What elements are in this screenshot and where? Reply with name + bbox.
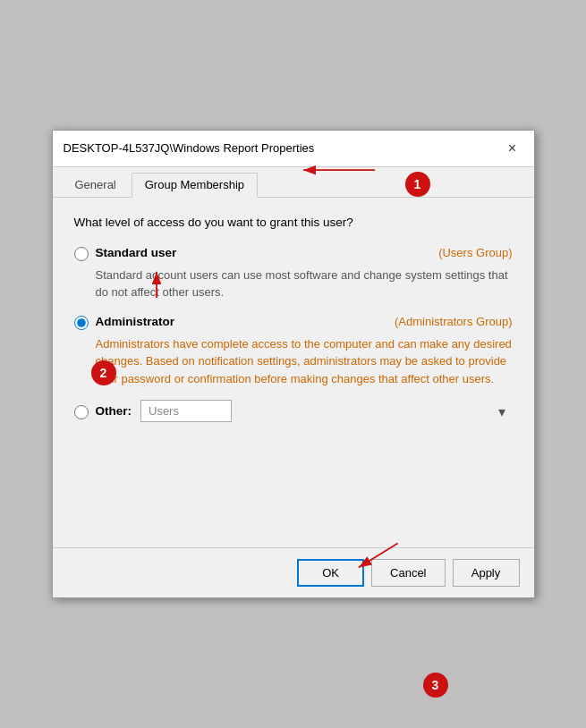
button-bar: OK Cancel Apply xyxy=(53,547,534,597)
annotation-badge-1: 1 xyxy=(405,172,430,197)
other-select[interactable]: Users Administrators Guests Power Users xyxy=(140,400,232,422)
other-label: Other: xyxy=(96,404,132,418)
other-radio[interactable] xyxy=(74,405,89,419)
administrator-radio[interactable] xyxy=(74,316,89,330)
window-title: DESKTOP-4L537JQ\Windows Report Propertie… xyxy=(64,141,315,155)
administrator-label: Administrator xyxy=(96,315,175,328)
annotation-badge-3: 3 xyxy=(423,673,448,698)
title-bar: DESKTOP-4L537JQ\Windows Report Propertie… xyxy=(53,131,534,167)
close-button[interactable]: × xyxy=(502,138,523,159)
content-area: What level of access do you want to gran… xyxy=(53,198,534,441)
spacer xyxy=(53,440,534,547)
tab-general[interactable]: General xyxy=(62,173,130,197)
standard-user-label: Standard user xyxy=(96,246,177,259)
annotation-badge-2: 2 xyxy=(91,360,116,385)
administrator-desc: Administrators have complete access to t… xyxy=(96,335,513,388)
standard-user-desc: Standard account users can use most soft… xyxy=(96,267,513,301)
other-select-wrapper: Users Administrators Guests Power Users xyxy=(140,400,513,422)
administrator-option: Administrator (Administrators Group) xyxy=(74,314,513,330)
tab-bar: General Group Membership xyxy=(53,167,534,198)
other-option-row: Other: Users Administrators Guests Power… xyxy=(74,400,513,422)
cancel-button[interactable]: Cancel xyxy=(371,559,445,587)
access-question: What level of access do you want to gran… xyxy=(74,216,513,229)
standard-user-group: (Users Group) xyxy=(429,246,512,259)
standard-user-option: Standard user (Users Group) xyxy=(74,245,513,261)
administrator-group: (Administrators Group) xyxy=(386,315,512,328)
ok-button[interactable]: OK xyxy=(297,559,364,587)
dialog-window: DESKTOP-4L537JQ\Windows Report Propertie… xyxy=(52,130,535,599)
tab-group-membership[interactable]: Group Membership xyxy=(132,173,258,198)
standard-user-radio[interactable] xyxy=(74,247,89,261)
apply-button[interactable]: Apply xyxy=(453,559,520,587)
